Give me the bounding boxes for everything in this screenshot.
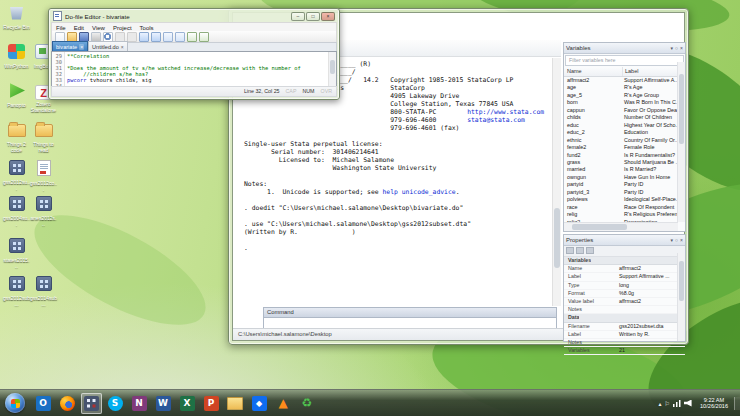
desktop-icon[interactable]: gss2012co... (30, 160, 57, 192)
results-scrollbar[interactable] (552, 58, 561, 306)
dofile-editor-area[interactable]: 293031323334 **Correlation *Does the amo… (51, 51, 337, 90)
menu-item[interactable]: Project (109, 25, 136, 31)
toolbar-icon[interactable] (55, 32, 65, 42)
menu-item[interactable]: File (52, 25, 70, 31)
taskbar-button[interactable] (57, 393, 78, 414)
taskbar-button[interactable] (225, 393, 246, 414)
variable-row[interactable]: ethnic Country Of Family Or... (564, 137, 685, 144)
property-row[interactable]: Value label affrmact2 (564, 298, 685, 306)
desktop-icon[interactable]: gss2014sub... (30, 276, 57, 307)
variable-row[interactable]: partyid Party ID (564, 181, 685, 188)
property-row[interactable]: Filename gss2012subset.dta (564, 323, 685, 331)
variable-row[interactable]: owngun Have Gun In Home (564, 174, 685, 181)
taskbar-button[interactable]: ◆ (249, 393, 270, 414)
variable-row[interactable]: grass Should Marijuana Be ... (564, 159, 685, 166)
taskbar-button[interactable]: X (177, 393, 198, 414)
taskbar-button[interactable]: S (105, 393, 126, 414)
variable-row[interactable]: relig R's Religious Preferen... (564, 211, 685, 218)
toolbar-icon[interactable] (91, 32, 101, 42)
output-link[interactable]: help unicode_advice (383, 188, 456, 196)
volume-icon[interactable] (684, 400, 692, 407)
pin-icon[interactable]: ○ (675, 45, 678, 51)
variable-row[interactable]: age_5 R's Age Group (564, 92, 685, 99)
variable-row[interactable]: educ_2 Education (564, 129, 685, 136)
close-button[interactable]: × (321, 12, 335, 21)
variable-row[interactable]: race Race Of Respondent (564, 204, 685, 211)
desktop-icon[interactable]: states2015... (3, 238, 30, 269)
variable-row[interactable]: childs Number Of Children (564, 114, 685, 121)
desktop-icon[interactable]: Recycle Bin (3, 5, 30, 31)
variable-row[interactable]: polviews Ideological Self-Place... (564, 196, 685, 203)
variables-h-scrollbar[interactable] (564, 222, 678, 231)
output-link[interactable]: http://www.stata.com (467, 108, 544, 116)
variables-scrollbar[interactable] (677, 62, 685, 222)
toolbar-icon[interactable] (103, 32, 113, 42)
taskbar-button[interactable]: W (153, 393, 174, 414)
taskbar-clock[interactable]: 9:22 AM 10/26/2016 (700, 397, 728, 410)
variable-row[interactable]: partyid_3 Party ID (564, 189, 685, 196)
variable-row[interactable]: cappun Favor Or Oppose Dea... (564, 107, 685, 114)
desktop-icon[interactable]: Things to read (30, 121, 57, 153)
variable-row[interactable]: female2 Female Role (564, 144, 685, 151)
output-link[interactable]: stata@stata.com (467, 116, 525, 124)
variables-filter-input[interactable]: Filter variables here (565, 55, 684, 66)
property-row[interactable]: Format %8.0g (564, 290, 685, 298)
property-row[interactable]: Notes (564, 306, 685, 314)
variable-row[interactable]: married Is R Married? (564, 166, 685, 173)
taskbar-button[interactable]: P (201, 393, 222, 414)
action-center-icon[interactable]: ⚐ (665, 400, 670, 407)
panel-menu-icon[interactable]: ▾ (671, 237, 674, 243)
variable-row[interactable]: educ Highest Year Of Scho... (564, 122, 685, 129)
property-row[interactable]: Data (564, 314, 685, 322)
tab-close-icon[interactable]: × (121, 44, 124, 50)
variable-row[interactable]: age R's Age (564, 84, 685, 91)
property-row[interactable]: Notes (564, 339, 685, 347)
toolbar-icon[interactable] (151, 32, 161, 42)
editor-v-scrollbar[interactable] (328, 52, 336, 89)
maximize-button[interactable]: □ (306, 12, 320, 21)
desktop-icon[interactable]: anes2012s... (30, 196, 57, 227)
taskbar-button[interactable] (81, 393, 102, 414)
editor-lines[interactable]: **Correlation *Does the amount of tv s/h… (65, 52, 328, 89)
property-row[interactable]: Label Support Affirmative ... (564, 273, 685, 281)
property-row[interactable]: Variables 21 (564, 347, 685, 355)
toolbar-icon[interactable] (187, 32, 197, 42)
prev-variable-icon[interactable] (576, 247, 584, 254)
desktop-icon[interactable]: Panopto (3, 83, 30, 109)
desktop-icon[interactable]: gss2004su... (3, 196, 30, 227)
variables-column-headers[interactable]: Name Label (564, 67, 685, 77)
tab-close-icon[interactable]: × (79, 44, 84, 50)
taskbar-button[interactable]: O (33, 393, 54, 414)
minimize-button[interactable]: – (291, 12, 305, 21)
show-hidden-icons[interactable]: ▴ (659, 400, 662, 407)
property-row[interactable]: Type long (564, 282, 685, 290)
toolbar-icon[interactable] (199, 32, 209, 42)
close-panel-icon[interactable]: × (680, 45, 683, 51)
variable-row[interactable]: affrmact2 Support Affirmative A... (564, 77, 685, 84)
toolbar-icon[interactable] (67, 32, 77, 42)
variable-row[interactable]: fund2 Is R Fundamentalist? (564, 152, 685, 159)
lock-icon[interactable] (566, 247, 574, 254)
toolbar-icon[interactable] (79, 32, 89, 42)
desktop-icon[interactable]: Things 2 code (3, 121, 30, 153)
menu-item[interactable]: Tools (136, 25, 158, 31)
show-desktop-button[interactable] (734, 397, 740, 410)
toolbar-icon[interactable] (127, 32, 137, 42)
taskbar-button[interactable]: N (129, 393, 150, 414)
desktop-icon[interactable]: gss2012sub... (3, 276, 30, 307)
pin-icon[interactable]: ○ (675, 237, 678, 243)
variable-row[interactable]: born Was R Born In This C... (564, 99, 685, 106)
panel-menu-icon[interactable]: ▾ (671, 45, 674, 51)
property-row[interactable]: Label Written by R. (564, 331, 685, 339)
network-icon[interactable] (673, 400, 681, 407)
menu-item[interactable]: View (88, 25, 109, 31)
desktop-icon[interactable]: WinPython (3, 44, 30, 70)
toolbar-icon[interactable] (175, 32, 185, 42)
property-row[interactable]: Variables (564, 257, 685, 265)
toolbar-icon[interactable] (115, 32, 125, 42)
taskbar-button[interactable]: ♻ (297, 393, 318, 414)
column-name[interactable]: Name (564, 67, 623, 76)
toolbar-icon[interactable] (139, 32, 149, 42)
menu-item[interactable]: Edit (70, 25, 88, 31)
close-panel-icon[interactable]: × (680, 237, 683, 243)
